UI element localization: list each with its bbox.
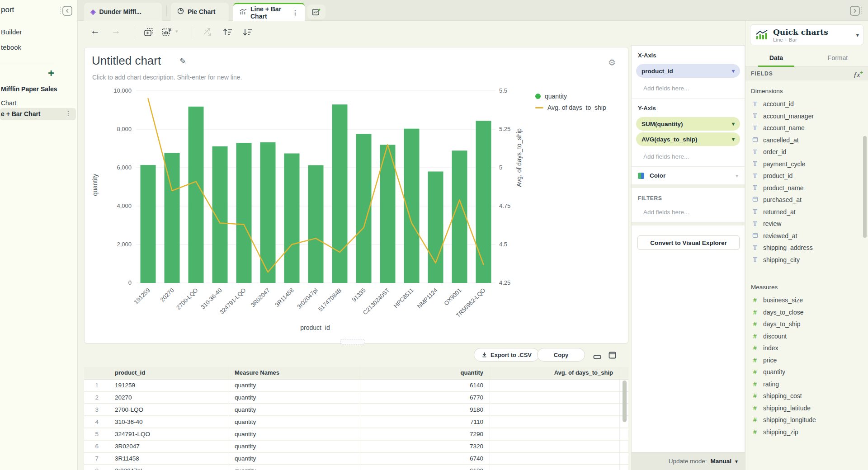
fields-scrollbar[interactable] [863,136,867,238]
add-to-dashboard-icon[interactable] [143,26,155,40]
expand-table-icon[interactable] [609,352,616,361]
field-item-quantity[interactable]: #quantity [751,366,863,378]
collapse-table-icon[interactable] [593,353,601,362]
tab-dunder-mifflin[interactable]: ◈ Dunder Miffl... [84,3,162,21]
table-header-row: product_id Measure Names quantity Avg. o… [84,367,628,380]
field-item-account_manager[interactable]: Taccount_manager [751,110,863,122]
x-axis-add-fields[interactable]: Add fields here... [632,80,745,98]
number-type-icon: # [751,357,759,364]
text-type-icon: T [751,112,759,120]
chart-legend: quantity Avg. of days_to_ship [535,93,606,115]
update-mode-label: Update mode: [669,458,707,465]
add-chart-button[interactable]: + [48,67,54,80]
y-axis-add-fields[interactable]: Add fields here... [632,148,745,166]
collapse-sidebar-icon[interactable] [59,5,73,17]
chevron-down-icon: ▾ [736,173,738,179]
y-axis-left-title: quantity [91,164,99,205]
add-formula-field-icon[interactable]: ƒx+ [854,69,863,79]
redo-button[interactable]: → [111,25,121,36]
field-item-payment_cycle[interactable]: Tpayment_cycle [751,158,863,170]
field-item-reviewed_at[interactable]: reviewed_at [751,230,863,242]
field-item-account_id[interactable]: Taccount_id [751,98,863,110]
text-type-icon: T [751,208,759,216]
legend-item-quantity[interactable]: quantity [535,93,606,100]
calendar-icon [751,196,759,203]
number-type-icon: # [751,392,759,400]
chart-description-placeholder[interactable]: Click to add chart description. Shift-en… [92,74,242,81]
field-item-cancelled_at[interactable]: cancelled_at [751,134,863,146]
kebab-menu-icon[interactable]: ⋮ [65,110,71,117]
tab-data[interactable]: Data [745,51,807,66]
sidebar-item-line-bar-chart[interactable]: e + Bar Chart ⋮ [0,108,76,120]
text-type-icon: T [751,220,759,228]
text-type-icon: T [751,172,759,180]
export-csv-button[interactable]: Export to .CSV [474,348,539,362]
field-item-purchased_at[interactable]: purchased_at [751,194,863,206]
plot-svg: 191259202702700-LQO310-36-40324791-LQO3R… [136,91,495,283]
text-type-icon: T [751,160,759,168]
tab-line-bar-chart[interactable]: Line + Bar Chart ⋮ [233,3,305,21]
field-item-shipping_city[interactable]: Tshipping_city [751,254,863,266]
field-item-shipping_latitude[interactable]: #shipping_latitude [751,402,863,414]
x-axis-field-pill[interactable]: product_id ▾ [636,64,740,78]
number-type-icon: # [751,416,759,423]
sort-ascending-icon[interactable] [222,26,233,40]
y-axis-field-pill-sum-quantity[interactable]: SUM(quantity) ▾ [636,117,740,131]
filters-section-title: FILTERS [632,188,745,203]
remove-chart-icon[interactable] [161,26,173,40]
undo-button[interactable]: ← [90,25,100,36]
field-item-product_name[interactable]: Tproduct_name [751,182,863,194]
tab-kebab-icon[interactable]: ⋮ [292,9,298,16]
sidebar-item-notebook[interactable]: tebook [1,43,21,51]
field-item-business_size[interactable]: #business_size [751,294,863,306]
chart-type-selector[interactable]: Quick charts Line + Bar ▾ [750,24,864,45]
convert-to-visual-explorer-button[interactable]: Convert to Visual Explorer [637,235,740,250]
y-axis-right-ticks: 5.55.2554.754.54.25 [499,91,526,283]
svg-text:3r02047pl: 3r02047pl [296,287,319,310]
field-item-discount[interactable]: #discount [751,330,863,343]
chevron-down-icon[interactable]: ▾ [735,458,738,465]
field-item-days_to_close[interactable]: #days_to_close [751,306,863,319]
svg-text:NMP1124: NMP1124 [416,287,439,310]
expand-right-panel-icon[interactable] [849,5,863,17]
panel-resize-handle[interactable] [340,339,365,344]
color-row[interactable]: Color ▾ [632,167,745,184]
sidebar-divider [0,64,54,64]
table-row: 63R02047quantity7320 [84,441,628,453]
legend-item-days-to-ship[interactable]: Avg. of days_to_ship [535,104,606,111]
y-axis-field-pill-avg-days-to-ship[interactable]: AVG(days_to_ship) ▾ [636,132,740,146]
field-item-shipping_address[interactable]: Tshipping_address [751,242,863,254]
swap-axes-icon[interactable] [202,26,213,40]
update-mode-select[interactable]: Manual [710,458,731,465]
new-chart-tab-button[interactable] [307,5,326,19]
tab-format[interactable]: Format [807,51,868,66]
field-item-days_to_ship[interactable]: #days_to_ship [751,318,863,330]
remove-chart-chevron-icon[interactable]: ▾ [175,28,178,34]
field-item-returned_at[interactable]: Treturned_at [751,206,863,218]
chevron-down-icon: ▾ [732,68,735,74]
filters-add-fields[interactable]: Add fields here... [632,203,745,222]
field-item-shipping_zip[interactable]: #shipping_zip [751,426,863,438]
field-item-rating[interactable]: #rating [751,378,863,390]
field-item-shipping_longitude[interactable]: #shipping_longitude [751,414,863,426]
sidebar-item-chart[interactable]: Chart [1,99,16,107]
table-row: 83r02047plquantity6130 [84,465,628,470]
toolbar-separator [134,26,134,39]
field-item-price[interactable]: #price [751,354,863,367]
table-scrollbar[interactable] [623,381,627,422]
field-item-product_id[interactable]: Tproduct_id [751,170,863,182]
sort-descending-icon[interactable] [241,26,253,40]
edit-title-pencil-icon[interactable]: ✎ [179,56,186,66]
number-type-icon: # [751,368,759,376]
field-item-review[interactable]: Treview [751,218,863,230]
copy-button[interactable]: Copy [537,348,585,362]
x-axis-title: product_id [256,324,374,331]
tab-pie-chart[interactable]: Pie Chart [171,3,229,21]
field-item-index[interactable]: #index [751,342,863,354]
chevron-down-icon: ▾ [732,121,735,127]
field-item-shipping_cost[interactable]: #shipping_cost [751,390,863,402]
field-item-account_name[interactable]: Taccount_name [751,122,863,134]
chart-settings-gear-icon[interactable]: ⚙ [608,57,616,68]
field-item-order_id[interactable]: Torder_id [751,146,863,158]
sidebar-item-builder[interactable]: Builder [1,28,22,36]
